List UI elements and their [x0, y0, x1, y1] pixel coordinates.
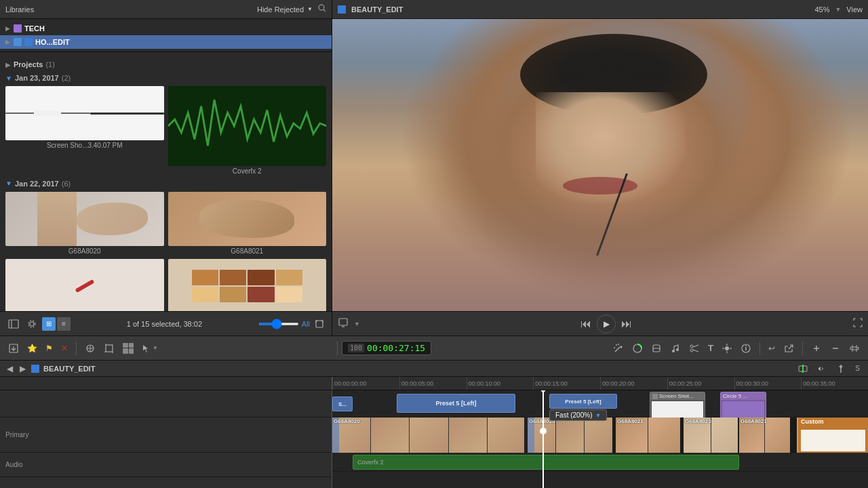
- composite-button[interactable]: [120, 342, 136, 355]
- thumb-item-g68a8021-1[interactable]: G68A8021: [168, 192, 327, 255]
- thumb-item-screenshot[interactable]: Screen Sho...3.40.07 PM: [5, 86, 164, 174]
- transform-button[interactable]: [82, 342, 98, 355]
- playhead[interactable]: [542, 390, 544, 488]
- tree-item-ho-edit[interactable]: ▶ HO...EDIT: [0, 35, 332, 49]
- zoom-in-button[interactable]: [808, 342, 825, 355]
- forward-button[interactable]: ▶: [18, 364, 27, 373]
- crop-button[interactable]: [101, 342, 117, 355]
- solo-button[interactable]: S: [852, 363, 863, 373]
- video-label-4: G68A8023: [685, 418, 711, 424]
- video-segment-5[interactable]: G68A8021: [739, 418, 790, 453]
- jan22-arrow[interactable]: ▼: [5, 180, 12, 187]
- svg-rect-8: [339, 319, 347, 325]
- share-button[interactable]: [781, 342, 797, 355]
- hide-rejected-button[interactable]: Hide Rejected ▼: [257, 5, 313, 14]
- film-icon-ho: [24, 38, 33, 46]
- svg-line-31: [693, 345, 698, 347]
- music-note-icon: [670, 343, 681, 354]
- video-segment-1[interactable]: G68A8020: [332, 418, 526, 453]
- projects-arrow[interactable]: ▶: [5, 61, 11, 68]
- settings-button[interactable]: [24, 318, 39, 330]
- tree-arrow-tech: ▶: [5, 25, 14, 32]
- match-color-button[interactable]: [610, 342, 627, 355]
- audio-clip[interactable]: Coverfx 2: [353, 455, 739, 470]
- top-row: Libraries Hide Rejected ▼ ▶ TECH: [0, 0, 868, 336]
- trim-button[interactable]: [686, 342, 703, 355]
- inspector-button[interactable]: [738, 342, 754, 355]
- ruler-30: 00:00:30:00: [734, 377, 802, 390]
- thumb-item-g68a8020-1[interactable]: G68A8020: [5, 192, 164, 255]
- audio-skimmer-button[interactable]: [814, 363, 829, 375]
- grid-icon-ho: [14, 38, 22, 46]
- svg-point-30: [690, 349, 693, 352]
- preview-view-button[interactable]: View: [846, 5, 863, 14]
- search-button[interactable]: [318, 4, 326, 14]
- appearance-button[interactable]: [846, 342, 863, 355]
- view-toggle-group: ⊞ ≡: [42, 317, 71, 331]
- fullscreen-preview-button[interactable]: [853, 318, 863, 329]
- timeline-ruler: 00:00:00:00 00:00:05:00 00:00:10:00 00:0…: [0, 377, 868, 390]
- play-button[interactable]: ▶: [597, 314, 616, 333]
- all-button[interactable]: All: [302, 320, 310, 328]
- effects-button[interactable]: [648, 342, 665, 355]
- g68a8020-1-label: G68A8020: [5, 247, 164, 255]
- sidebar-toggle-button[interactable]: [5, 317, 22, 331]
- skimmer-button[interactable]: [833, 363, 848, 375]
- video-track-label: Primary: [0, 418, 332, 453]
- text-button[interactable]: T: [705, 342, 716, 354]
- clip-preset5-left2[interactable]: Preset 5 [Left]: [549, 394, 617, 409]
- snap-button[interactable]: [795, 363, 810, 375]
- thumb-item-coverfx[interactable]: Coverfx 2: [168, 86, 327, 174]
- timeline-toolbar-right: 100 00:00:27:15: [342, 341, 863, 355]
- generator-button[interactable]: [719, 342, 735, 355]
- fullscreen-button[interactable]: [313, 319, 326, 329]
- preview-title: BEAUTY_EDIT: [351, 5, 809, 14]
- zoom-out-button[interactable]: [827, 342, 844, 355]
- flag-button[interactable]: ⚑: [43, 342, 56, 354]
- timeline-toolbar-left: ⭐ ⚑ ✕: [5, 342, 338, 355]
- video-segment-3[interactable]: G68A8021: [616, 418, 680, 453]
- thumb-item-g68a8022[interactable]: G68A8022: [5, 259, 164, 311]
- reject-button[interactable]: ✕: [58, 342, 71, 354]
- video-segment-2[interactable]: G68A8020: [528, 418, 612, 453]
- svg-rect-3: [9, 320, 18, 328]
- clip-s[interactable]: S...: [332, 396, 353, 411]
- prev-frame-button[interactable]: ⏮: [580, 318, 591, 330]
- video-label-3: G68A8021: [617, 418, 644, 424]
- zoom-slider[interactable]: [258, 323, 299, 325]
- clip-circle5-header: Circle 5 ...: [721, 392, 766, 400]
- right-panel: BEAUTY_EDIT 45% ▼ View: [332, 0, 868, 336]
- jan23-arrow[interactable]: ▼: [5, 75, 12, 82]
- svg-point-28: [676, 348, 679, 351]
- color-wheel-icon: [632, 343, 643, 354]
- video-segment-4[interactable]: G68A8023: [684, 418, 738, 453]
- separator2: [760, 342, 760, 355]
- thumb-item-g68a8023[interactable]: G68A8023: [168, 259, 327, 311]
- grid-view-button[interactable]: ⊞: [42, 317, 56, 331]
- left-bottom-toolbar: ⊞ ≡ 1 of 15 selected, 38:02 All: [0, 311, 332, 336]
- separator3: [802, 342, 803, 355]
- clip-preset5-left[interactable]: Preset 5 [Left]: [397, 394, 515, 413]
- selection-tool-button[interactable]: ▼: [139, 342, 161, 354]
- timecode-display: 100 00:00:27:15: [342, 341, 431, 355]
- star-button[interactable]: ⭐: [24, 342, 40, 354]
- monitor-settings-button[interactable]: [338, 317, 349, 330]
- import-button[interactable]: [5, 342, 22, 355]
- next-frame-button[interactable]: ⏭: [621, 318, 632, 330]
- wand-icon: [613, 343, 624, 354]
- jan23-thumbnails: Screen Sho...3.40.07 PM Coverfx 2: [5, 86, 326, 174]
- audio-track-name: Audio: [5, 461, 23, 468]
- svg-point-5: [30, 322, 34, 326]
- tree-item-tech[interactable]: ▶ TECH: [0, 22, 332, 35]
- svg-marker-51: [839, 366, 843, 369]
- video-segment-custom[interactable]: Custom: [797, 418, 868, 453]
- jan23-title: Jan 23, 2017: [15, 74, 59, 82]
- back-button[interactable]: ◀: [5, 364, 14, 373]
- svg-point-33: [725, 346, 729, 350]
- undo-button[interactable]: ↩: [766, 342, 778, 354]
- list-view-button[interactable]: ≡: [57, 317, 71, 331]
- speed-popup[interactable]: Fast (200%) ▼: [549, 409, 607, 421]
- audio-button[interactable]: [667, 342, 684, 355]
- color-correct-button[interactable]: [629, 342, 646, 355]
- audio-icon: [817, 364, 827, 373]
